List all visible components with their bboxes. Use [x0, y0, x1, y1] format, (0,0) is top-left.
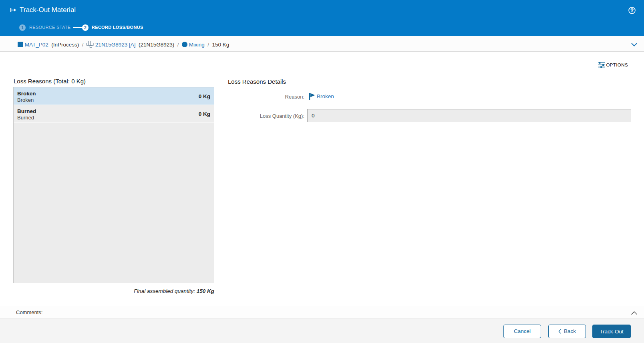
svg-text:?: ? — [630, 8, 634, 13]
